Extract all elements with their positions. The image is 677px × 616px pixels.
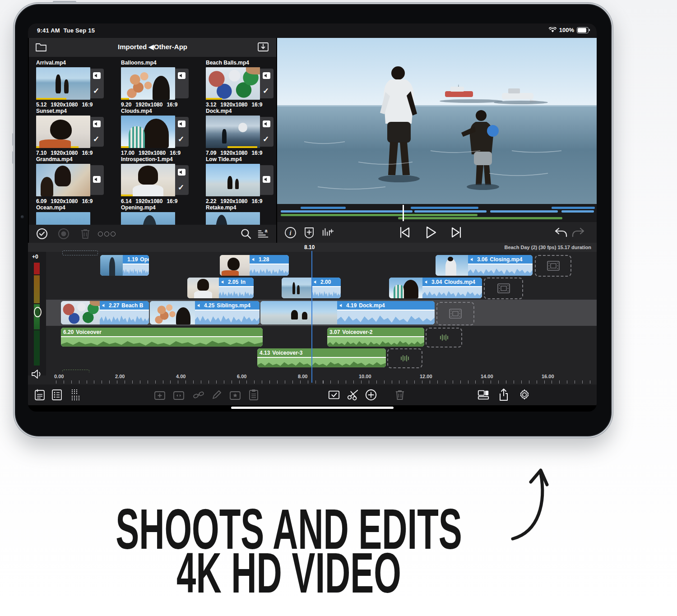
preview-panel: i — [277, 38, 597, 243]
clip-thumbnail[interactable] — [206, 212, 260, 225]
status-bar: 9:41 AM Tue Sep 15 100% — [28, 23, 597, 38]
clip-thumbnail[interactable] — [206, 67, 260, 100]
clip-thumbnail[interactable] — [121, 212, 175, 225]
share-icon[interactable] — [497, 389, 510, 401]
volume-up-button[interactable] — [12, 133, 14, 146]
mute-speaker-icon[interactable] — [31, 369, 43, 379]
timeline-audio-clip[interactable]: 4.13Voiceover-3 — [257, 348, 386, 367]
library-clip[interactable]: Ocean.mp4 — [36, 204, 113, 225]
video-preview — [277, 38, 597, 204]
audio-meter-column: +0 — [28, 252, 46, 375]
library-clip[interactable]: Low Tide.mp4 2.221920x108016:9 — [206, 156, 276, 204]
media-library-panel: Imported ◀Other-App Arrival.mp4 ✓ 5.1219… — [29, 38, 276, 243]
redo-icon[interactable] — [571, 226, 585, 239]
timeline-clip[interactable]: 2.05In — [187, 278, 254, 298]
sort-alpha-icon[interactable]: a — [257, 228, 269, 240]
record-circle-icon[interactable] — [58, 228, 70, 240]
star-clip-icon[interactable] — [229, 389, 241, 401]
timeline-header: 8.10 Beach Day (2) (30 fps) 15.17 durati… — [28, 243, 597, 252]
audio-ducking-icon[interactable] — [321, 226, 335, 239]
library-clip[interactable]: Dock.mp4 ✓ 7.091920x108016:9 — [206, 108, 276, 156]
insert-clip-icon[interactable] — [153, 389, 166, 401]
library-clip[interactable]: Retake.mp4 — [206, 204, 276, 225]
library-clip[interactable]: Beach Balls.mp4 ✓ 3.121920x108016:9 — [206, 60, 276, 108]
playhead[interactable] — [311, 251, 312, 383]
project-info: Beach Day (2) (30 fps) 15.17 duration — [504, 245, 591, 250]
timeline-clip[interactable]: 4.25Siblings.mp4 — [150, 301, 260, 324]
volume-down-button[interactable] — [12, 151, 14, 164]
clip-thumbnail[interactable] — [206, 116, 260, 148]
library-clip[interactable]: Arrival.mp4 ✓ 5.121920x108016:9 — [36, 60, 113, 108]
undo-icon[interactable] — [554, 226, 568, 239]
project-notes-icon[interactable] — [51, 389, 63, 401]
clip-thumbnail[interactable] — [121, 116, 175, 148]
preview-layout-icon[interactable] — [477, 389, 490, 401]
track-layout-icon[interactable] — [70, 389, 82, 401]
clip-thumbnail[interactable] — [36, 67, 90, 100]
info-icon[interactable]: i — [283, 226, 297, 239]
library-clip[interactable]: Sunset.mp4 ✓ 7.101920x108016:9 — [36, 108, 113, 156]
audio-drop-target[interactable] — [387, 348, 422, 368]
clip-thumbnail[interactable] — [36, 164, 90, 196]
audio-note-icon — [178, 120, 185, 127]
timeline-ruler[interactable]: 0.00 2.00 4.00 6.00 8.00 10.00 12.00 14.… — [46, 372, 597, 384]
video-drop-target[interactable] — [484, 278, 523, 299]
title-track-placeholder[interactable] — [62, 250, 98, 255]
audio-level-meter — [34, 263, 40, 366]
link-icon[interactable] — [192, 389, 205, 401]
home-indicator[interactable] — [231, 407, 394, 409]
timeline-clip[interactable]: 4.19Dock.mp4 — [260, 301, 435, 324]
multiselect-icon[interactable] — [328, 389, 340, 401]
power-button[interactable] — [53, 1, 76, 3]
pencil-icon[interactable] — [210, 389, 223, 401]
clip-thumbnail[interactable] — [36, 116, 90, 148]
import-icon[interactable] — [257, 42, 269, 52]
select-check-circle-icon[interactable] — [36, 228, 48, 240]
clip-thumbnail[interactable] — [36, 212, 90, 225]
skip-forward-icon[interactable] — [450, 226, 463, 239]
clip-thumbnail[interactable] — [121, 67, 175, 100]
timeline-clip[interactable]: 2.27Beach B — [61, 301, 149, 324]
timeline-overview[interactable] — [277, 204, 597, 222]
audio-drop-target[interactable] — [426, 328, 462, 347]
app-screen: 9:41 AM Tue Sep 15 100% Imported ◀Other-… — [28, 23, 597, 412]
transition-icon[interactable] — [172, 389, 185, 401]
timeline-clip[interactable]: 1.28 — [220, 255, 289, 276]
clip-thumbnail[interactable] — [206, 164, 260, 196]
library-clip[interactable]: Opening.mp4 — [121, 204, 198, 225]
timeline-clip[interactable]: 1.19Oper — [100, 255, 149, 276]
settings-gear-icon[interactable] — [518, 389, 531, 401]
audio-note-icon — [263, 120, 270, 127]
clipboard-icon[interactable] — [247, 389, 260, 401]
trash-icon[interactable] — [79, 228, 91, 240]
timeline-clip[interactable]: 3.06Closing.mp4 — [436, 255, 533, 276]
more-dots-icon[interactable] — [97, 228, 117, 240]
scissors-icon[interactable] — [347, 389, 359, 401]
video-drop-target[interactable] — [436, 302, 474, 325]
skip-back-icon[interactable] — [398, 226, 412, 239]
selected-check-icon: ✓ — [178, 183, 184, 192]
timeline-panel: 8.10 Beach Day (2) (30 fps) 15.17 durati… — [28, 243, 597, 384]
video-drop-target[interactable] — [535, 255, 571, 277]
library-clip[interactable]: Clouds.mp4 ✓ 17.001920x108016:9 — [121, 108, 198, 156]
add-project-icon[interactable] — [33, 389, 46, 401]
timeline-audio-clip[interactable]: 6.20Voiceover — [61, 328, 263, 347]
library-clip[interactable]: Introspection-1.mp4 ✓ 6.141920x108016:9 — [121, 156, 198, 204]
clip-thumbnail[interactable] — [121, 164, 175, 196]
selected-check-icon: ✓ — [93, 86, 99, 96]
search-icon[interactable] — [240, 228, 252, 240]
library-clip[interactable]: Grandma.mp4 6.091920x108016:9 — [36, 156, 113, 204]
timeline-audio-clip[interactable]: 3.07Voiceover-2 — [327, 328, 424, 347]
play-icon[interactable] — [424, 226, 438, 239]
ipad-device: 9:41 AM Tue Sep 15 100% Imported ◀Other-… — [14, 3, 613, 438]
guard-add-icon[interactable] — [302, 226, 316, 239]
library-clip[interactable]: Balloons.mp4 9.201920x108016:9 — [121, 60, 198, 108]
add-circle-icon[interactable] — [365, 389, 377, 401]
trash-icon[interactable] — [394, 389, 406, 401]
wifi-icon — [549, 27, 556, 33]
timeline-clip[interactable]: 3.04Clouds.mp4 — [389, 278, 482, 298]
volume-knob[interactable] — [34, 307, 42, 317]
audio-note-icon — [93, 176, 101, 183]
library-source-title[interactable]: Imported ◀Other-App — [29, 43, 276, 51]
overview-playhead[interactable] — [403, 205, 404, 221]
